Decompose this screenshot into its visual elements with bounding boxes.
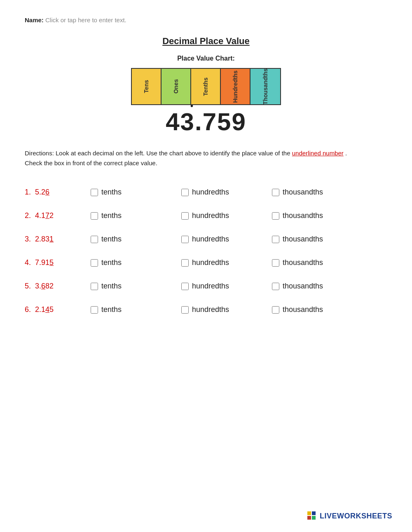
problem-2-option-thousandths[interactable]: thousandths (272, 211, 363, 220)
label-p4-tenths[interactable]: tenths (101, 258, 122, 267)
checkbox-p4-hundredths[interactable] (181, 259, 189, 267)
problem-5-option-tenths[interactable]: tenths (91, 282, 181, 291)
decimal-point-indicator: • (190, 101, 193, 111)
label-p2-thousandths[interactable]: thousandths (283, 211, 323, 220)
checkbox-p2-tenths[interactable] (91, 212, 98, 220)
label-p1-hundredths[interactable]: hundredths (192, 188, 229, 197)
problem-3-label: 3. (25, 235, 33, 243)
problem-3-option-hundredths[interactable]: hundredths (181, 235, 272, 244)
problem-2-option-hundredths[interactable]: hundredths (181, 211, 272, 220)
chart-cell-tenths: Tenths (191, 69, 221, 104)
lw-sq-green-1 (312, 516, 316, 520)
problem-2-option-tenths[interactable]: tenths (91, 211, 181, 220)
problem-row-6: 6. 2.145 tenths hundredths thousandths (25, 298, 387, 321)
checkbox-p2-hundredths[interactable] (181, 212, 189, 220)
checkbox-p1-hundredths[interactable] (181, 189, 189, 196)
place-value-chart-container: Tens Ones Tenths Hundredths Thousandths … (25, 68, 387, 105)
lw-sq-yellow-1 (307, 511, 311, 515)
problem-row-4: 4. 7.915 tenths hundredths thousandths (25, 251, 387, 274)
label-p5-thousandths[interactable]: thousandths (283, 282, 323, 291)
directions-text: Directions: Look at each decimal on the … (25, 148, 363, 168)
name-input-placeholder[interactable]: Click or tap here to enter text. (45, 16, 126, 23)
chart-table: Tens Ones Tenths Hundredths Thousandths (131, 68, 281, 105)
label-p3-thousandths[interactable]: thousandths (283, 235, 323, 244)
underlined-number-link: underlined number (292, 150, 344, 157)
chart-cell-tens-label: Tens (143, 80, 150, 93)
label-p2-tenths[interactable]: tenths (101, 211, 122, 220)
chart-cell-thousandths-label: Thousandths (262, 68, 269, 105)
name-line: Name: Click or tap here to enter text. (25, 16, 387, 23)
problem-5-label: 5. (25, 282, 33, 290)
problem-6-label: 6. (25, 305, 33, 314)
problem-5-option-thousandths[interactable]: thousandths (272, 282, 363, 291)
problem-6-option-thousandths[interactable]: thousandths (272, 305, 363, 314)
label-p2-hundredths[interactable]: hundredths (192, 211, 229, 220)
lw-sq-blue-1 (312, 511, 316, 515)
checkbox-p3-hundredths[interactable] (181, 236, 189, 243)
problem-row-2: 2. 4.172 tenths hundredths thousandths (25, 204, 387, 227)
chart-cell-tens: Tens (132, 69, 162, 104)
liveworksheets-text: LIVEWORKSHEETS (320, 512, 392, 520)
checkbox-p6-hundredths[interactable] (181, 306, 189, 314)
problem-5-number: 5. 3.682 (25, 282, 91, 291)
problem-row-1: 1. 5.26 tenths hundredths thousandths (25, 180, 387, 204)
label-p1-thousandths[interactable]: thousandths (283, 188, 323, 197)
label-p6-tenths[interactable]: tenths (101, 305, 122, 314)
problem-4-option-thousandths[interactable]: thousandths (272, 258, 363, 267)
problem-row-5: 5. 3.682 tenths hundredths thousandths (25, 274, 387, 298)
example-number: 43.759 (25, 108, 387, 136)
problem-row-3: 3. 2.831 tenths hundredths thousandths (25, 227, 387, 251)
label-p6-hundredths[interactable]: hundredths (192, 305, 229, 314)
label-p3-tenths[interactable]: tenths (101, 235, 122, 244)
checkbox-p4-thousandths[interactable] (272, 259, 279, 267)
checkbox-p2-thousandths[interactable] (272, 212, 279, 220)
problem-3-option-thousandths[interactable]: thousandths (272, 235, 363, 244)
chart-label: Place Value Chart: (25, 55, 387, 62)
problem-1-option-tenths[interactable]: tenths (91, 188, 181, 197)
problem-6-option-tenths[interactable]: tenths (91, 305, 181, 314)
place-value-chart: Tens Ones Tenths Hundredths Thousandths … (131, 68, 281, 105)
checkbox-p1-tenths[interactable] (91, 189, 98, 196)
problem-1-label: 1. (25, 188, 33, 196)
problem-4-option-tenths[interactable]: tenths (91, 258, 181, 267)
checkbox-p6-tenths[interactable] (91, 306, 98, 314)
chart-cell-ones: Ones (162, 69, 191, 104)
checkbox-p3-tenths[interactable] (91, 236, 98, 243)
label-p5-tenths[interactable]: tenths (101, 282, 122, 291)
chart-cell-tenths-label: Tenths (202, 77, 209, 96)
problem-1-option-hundredths[interactable]: hundredths (181, 188, 272, 197)
problem-5-option-hundredths[interactable]: hundredths (181, 282, 272, 291)
label-p4-thousandths[interactable]: thousandths (283, 258, 323, 267)
checkbox-p5-hundredths[interactable] (181, 283, 189, 290)
checkbox-p3-thousandths[interactable] (272, 236, 279, 243)
liveworksheets-badge: LIVEWORKSHEETS (307, 511, 392, 520)
problem-3-option-tenths[interactable]: tenths (91, 235, 181, 244)
problem-6-option-hundredths[interactable]: hundredths (181, 305, 272, 314)
chart-cell-thousandths: Thousandths (250, 69, 280, 104)
problem-2-number: 2. 4.172 (25, 211, 91, 220)
problem-2-label: 2. (25, 211, 33, 220)
chart-cell-hundredths: Hundredths (221, 69, 250, 104)
checkbox-p6-thousandths[interactable] (272, 306, 279, 314)
label-p6-thousandths[interactable]: thousandths (283, 305, 323, 314)
checkbox-p5-thousandths[interactable] (272, 283, 279, 290)
problem-4-number: 4. 7.915 (25, 258, 91, 267)
problem-4-option-hundredths[interactable]: hundredths (181, 258, 272, 267)
checkbox-p1-thousandths[interactable] (272, 189, 279, 196)
label-p3-hundredths[interactable]: hundredths (192, 235, 229, 244)
label-p4-hundredths[interactable]: hundredths (192, 258, 229, 267)
problem-3-number: 3. 2.831 (25, 235, 91, 244)
label-p5-hundredths[interactable]: hundredths (192, 282, 229, 291)
problems-section: 1. 5.26 tenths hundredths thousandths 2.… (25, 180, 387, 321)
directions-part1: Directions: Look at each decimal on the … (25, 150, 290, 157)
lw-logo-box (307, 511, 316, 520)
lw-sq-red-1 (307, 516, 311, 520)
checkbox-p4-tenths[interactable] (91, 259, 98, 267)
problem-1-option-thousandths[interactable]: thousandths (272, 188, 363, 197)
lw-logo (307, 511, 316, 520)
chart-cell-ones-label: Ones (173, 79, 179, 94)
page-title: Decimal Place Value (25, 36, 387, 47)
checkbox-p5-tenths[interactable] (91, 283, 98, 290)
label-p1-tenths[interactable]: tenths (101, 188, 122, 197)
problem-4-label: 4. (25, 258, 33, 267)
